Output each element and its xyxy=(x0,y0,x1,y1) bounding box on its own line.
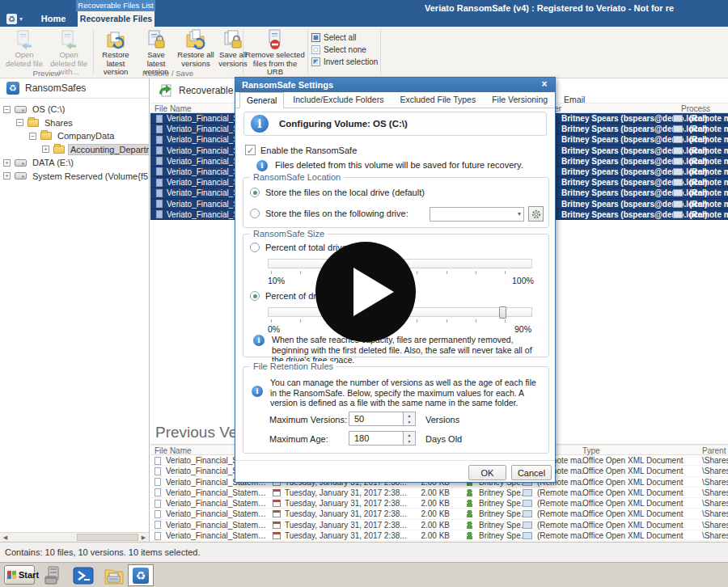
tree-item-label: CompanyData xyxy=(56,131,116,141)
cell-size: 2.00 KB xyxy=(408,530,450,541)
store-following-drive-radio[interactable]: Store the files on the following drive: xyxy=(250,209,408,218)
table-row[interactable]: Veriato_Financial_Statement_201... Tuesd… xyxy=(150,509,728,519)
slider-thumb[interactable] xyxy=(499,306,506,319)
user-icon xyxy=(466,500,473,507)
file-icon xyxy=(156,136,163,144)
cell-type: Office Open XML Document xyxy=(582,455,684,466)
ribbon-group-label: Preview xyxy=(0,69,93,78)
collapse-icon[interactable]: − xyxy=(3,106,11,113)
restore-all-versions-icon xyxy=(185,29,206,50)
tree-item-os-c-[interactable]: −OS (C:\) xyxy=(0,103,149,116)
table-row[interactable]: Veriato_Financial_Statement_201... Tuesd… xyxy=(150,498,728,509)
ok-button[interactable]: OK xyxy=(468,465,506,480)
radio-icon[interactable] xyxy=(250,209,260,218)
table-row[interactable]: Veriato_Financial_Statement_201... Tuesd… xyxy=(150,530,728,541)
collapse-icon[interactable]: − xyxy=(16,119,23,126)
radio-icon[interactable] xyxy=(250,243,260,252)
button-label: Select all xyxy=(324,33,357,42)
scroll-right-icon[interactable]: ▶ xyxy=(138,533,149,542)
file-icon xyxy=(154,478,161,486)
user-icon xyxy=(466,522,473,529)
save-all-versions-icon xyxy=(222,29,243,50)
tab-file-versioning[interactable]: File Versioning xyxy=(485,91,555,108)
table-row[interactable]: Veriato_Financial_Statement_201... Tuesd… xyxy=(150,520,728,530)
tab-home[interactable]: Home xyxy=(34,11,73,27)
cell-user: Britney Spears (bspears@demo.local) xyxy=(561,188,707,198)
max-versions-stepper[interactable]: ▲▼ xyxy=(404,412,416,426)
tree-item-accounting-department[interactable]: +Accounting_Department xyxy=(0,143,149,157)
cell-parent: \Shares\ xyxy=(702,466,728,476)
tab-email[interactable]: Email xyxy=(557,91,592,108)
info-icon: i xyxy=(251,115,269,133)
close-icon[interactable]: × xyxy=(539,78,550,92)
chevron-down-icon: ▾ xyxy=(518,210,521,217)
cell-user: Britney Spe... xyxy=(479,520,527,530)
file-explorer-icon[interactable] xyxy=(104,565,125,586)
max-versions-input[interactable] xyxy=(349,412,404,426)
cell-process: (Remote mac... xyxy=(689,209,728,220)
info-text: When the safe reaches capacity, files ar… xyxy=(272,335,543,365)
computer-icon xyxy=(673,201,683,208)
tree-item-shares[interactable]: −Shares xyxy=(0,116,149,130)
server-manager-icon[interactable] xyxy=(43,565,64,586)
select-none-button[interactable]: Select none xyxy=(311,44,366,55)
file-icon xyxy=(154,488,161,496)
start-button[interactable]: Start xyxy=(4,565,35,585)
cell-process: (Remote mac... xyxy=(689,177,728,188)
computer-icon xyxy=(673,136,683,143)
ransomsafes-tree: −OS (C:\)−Shares−CompanyData+Accounting_… xyxy=(0,103,149,183)
drive-select[interactable]: ▾ xyxy=(430,207,524,222)
invert-selection-button[interactable]: Invert selection xyxy=(311,57,378,67)
tab-excluded-file-types[interactable]: Excluded File Types xyxy=(392,91,483,108)
horizontal-scrollbar[interactable]: ◀ ▶ xyxy=(0,532,149,542)
slider-max-label: 90% xyxy=(514,324,531,334)
table-row[interactable]: Veriato_Financial_Statement_201... Tuesd… xyxy=(150,488,728,498)
spin-up-icon: ▲ xyxy=(404,432,415,438)
computer-icon xyxy=(673,211,683,218)
scrollbar-thumb[interactable] xyxy=(77,534,138,541)
checkbox-checked-icon[interactable]: ✓ xyxy=(245,145,256,155)
open-deleted-file-button[interactable]: Open deleted file xyxy=(4,29,44,68)
enable-ransomsafe-checkbox[interactable]: ✓ Enable the RansomSafe xyxy=(245,145,357,155)
cell-type: Office Open XML Document xyxy=(582,488,684,498)
table-row[interactable]: Veriato_Financial_Statement_201... Tuesd… xyxy=(150,541,728,542)
recycle-bin-icon[interactable]: ♻ xyxy=(128,564,154,586)
cell-process: (Remote mac... xyxy=(689,199,728,209)
user-icon xyxy=(466,489,473,496)
remove-selected-files-button[interactable]: Remove selected files from the URB xyxy=(244,29,306,77)
tab-general[interactable]: General xyxy=(239,92,284,108)
radio-selected-icon[interactable] xyxy=(250,291,260,301)
ransomsafes-panel: ♻ RansomSafes −OS (C:\)−Shares−CompanyDa… xyxy=(0,78,150,542)
cell-file-name: Veriato_Financial_Statement_201... xyxy=(166,498,268,509)
dialog-title: RansomSafe Settings xyxy=(235,78,555,92)
radio-selected-icon[interactable] xyxy=(250,188,260,197)
tree-item-companydata[interactable]: −CompanyData xyxy=(0,129,149,143)
select-all-button[interactable]: Select all xyxy=(311,32,357,43)
scroll-left-icon[interactable]: ◀ xyxy=(0,533,11,542)
app-menu-button[interactable]: ♻ ▾ xyxy=(6,12,31,25)
expand-icon[interactable]: + xyxy=(3,159,11,167)
tree-item-system-reserved-volume-f51c055f-1ee1-[interactable]: +System Reserved (Volume{f51c055f-1ee1- xyxy=(0,170,149,184)
store-local-drive-radio[interactable]: Store the files on the local drive (defa… xyxy=(250,188,425,197)
video-play-overlay[interactable] xyxy=(315,242,416,342)
powershell-icon[interactable] xyxy=(73,565,94,586)
file-retention-rules-group: File Retention Rules i You can manage th… xyxy=(243,366,549,454)
expand-icon[interactable]: + xyxy=(3,172,11,179)
cancel-button[interactable]: Cancel xyxy=(511,465,552,480)
computer-icon xyxy=(523,500,532,507)
tab-include-exclude-folders[interactable]: Include/Exclude Folders xyxy=(286,91,391,108)
cell-parent: \Shares\ xyxy=(702,530,728,541)
cell-process: (Remote mac... xyxy=(689,124,728,134)
expand-icon[interactable]: + xyxy=(42,146,49,153)
max-age-stepper[interactable]: ▲▼ xyxy=(404,431,416,446)
collapse-icon[interactable]: − xyxy=(29,133,36,140)
cell-parent: \Shares\ xyxy=(702,541,728,542)
ribbon: Open deleted file Open deleted file with… xyxy=(0,27,728,78)
restore-all-versions-button[interactable]: Restore all versions xyxy=(176,29,215,68)
open-deleted-file-with-icon xyxy=(58,29,79,50)
max-age-input[interactable] xyxy=(349,431,404,446)
refresh-drives-button[interactable] xyxy=(528,206,544,222)
tree-item-data-e-[interactable]: +DATA (E:\) xyxy=(0,156,149,170)
tab-recoverable-files[interactable]: Recoverable Files xyxy=(78,11,154,27)
cell-process: (Remote mac... xyxy=(689,156,728,167)
